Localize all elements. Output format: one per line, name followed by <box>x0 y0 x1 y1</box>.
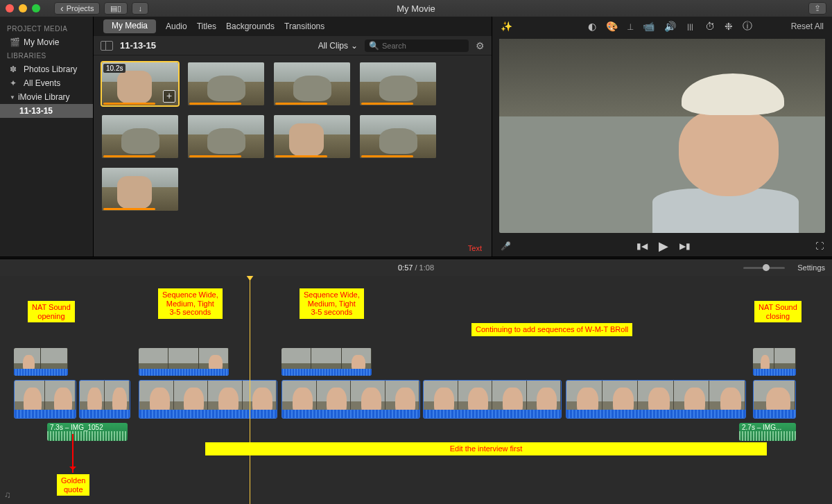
magic-wand-icon[interactable]: ✨ <box>501 21 512 32</box>
speed-icon[interactable]: ⏱ <box>705 21 715 32</box>
audio-clip[interactable]: 2.7s – IMG... <box>739 423 796 441</box>
layout-button[interactable]: ▤▯ <box>104 2 128 15</box>
broll-track <box>14 348 825 376</box>
layout-toggle-button[interactable] <box>101 41 113 51</box>
window-titlebar: Projects ▤▯ ↓ My Movie ⇪ <box>0 0 832 17</box>
sidebar-item-all-events[interactable]: ✦All Events <box>0 76 93 90</box>
search-input[interactable] <box>382 42 465 50</box>
clip-thumbnail[interactable] <box>274 62 350 105</box>
mic-icon[interactable]: 🎤 <box>501 241 511 251</box>
fullscreen-icon[interactable]: ⛶ <box>815 241 824 251</box>
sidebar-item-label: 11-13-15 <box>19 106 53 116</box>
sidebar-item-label: My Movie <box>24 37 59 47</box>
sidebar-item-my-movie[interactable]: 🎬My Movie <box>0 35 93 49</box>
fullscreen-icon[interactable] <box>32 4 40 12</box>
audio-clip[interactable]: 7.3s – IMG_1052 <box>47 423 128 441</box>
import-button[interactable]: ↓ <box>132 2 148 15</box>
sidebar-item-photos[interactable]: ✽Photos Library <box>0 62 93 76</box>
preview-frame[interactable] <box>499 39 825 233</box>
clip-thumbnail[interactable] <box>360 62 436 105</box>
next-button[interactable]: ▶▮ <box>679 241 691 251</box>
reset-all-button[interactable]: Reset All <box>791 21 824 31</box>
clip-thumbnail[interactable] <box>274 115 350 158</box>
browser-toolbar: 11-13-15 All Clips 🔍 ⚙ <box>94 36 492 55</box>
sidebar: PROJECT MEDIA 🎬My Movie LIBRARIES ✽Photo… <box>0 17 94 257</box>
video-clip[interactable] <box>423 380 562 419</box>
tab-my-media[interactable]: My Media <box>103 19 156 33</box>
back-projects-button[interactable]: Projects <box>54 2 100 15</box>
audio-clip-label: 7.3s – IMG_1052 <box>50 424 103 431</box>
clip-thumbnail[interactable]: 10.2s <box>102 62 178 105</box>
annotation-note: NAT Sound opening <box>28 301 75 322</box>
share-button[interactable]: ⇪ <box>808 2 826 15</box>
timecode-current: 0:57 <box>398 263 413 272</box>
annotation-note: NAT Sound closing <box>754 301 801 322</box>
video-clip[interactable] <box>14 348 68 376</box>
sidebar-heading-project: PROJECT MEDIA <box>0 22 93 35</box>
effects-icon[interactable]: ❉ <box>725 21 733 32</box>
sidebar-heading-libraries: LIBRARIES <box>0 49 93 62</box>
music-icon: ♫ <box>4 489 11 500</box>
clip-thumbnail[interactable] <box>102 115 178 158</box>
clip-thumbnail[interactable] <box>102 168 178 211</box>
clip-filter-dropdown[interactable]: All Clips <box>318 41 358 51</box>
tab-transitions[interactable]: Transitions <box>284 21 324 31</box>
tab-audio[interactable]: Audio <box>166 21 187 31</box>
stabilize-icon[interactable]: 📹 <box>643 21 655 32</box>
timeline[interactable]: NAT Sound opening Sequence Wide, Medium,… <box>0 276 832 504</box>
event-title: 11-13-15 <box>120 40 156 51</box>
annotation-note: Sequence Wide, Medium, Tight 3-5 seconds <box>300 288 364 319</box>
video-clip[interactable] <box>753 348 796 376</box>
main-video-track <box>14 380 825 419</box>
clip-grid: 10.2s Text <box>94 55 492 257</box>
media-browser: My Media Audio Titles Backgrounds Transi… <box>94 17 492 257</box>
video-clip[interactable] <box>753 380 796 419</box>
video-clip[interactable] <box>281 348 372 376</box>
equalizer-icon[interactable]: ⫼ <box>686 21 695 32</box>
viewer-toolbar: ✨ ◐ 🎨 ⟂ 📹 🔊 ⫼ ⏱ ❉ ⓘ Reset All <box>492 17 832 36</box>
video-clip[interactable] <box>281 380 420 419</box>
zoom-slider[interactable] <box>743 267 785 269</box>
clapper-icon: 🎬 <box>10 37 19 47</box>
sidebar-item-event[interactable]: 11-13-15 <box>0 104 93 118</box>
clip-thumbnail[interactable] <box>360 115 436 158</box>
tab-titles[interactable]: Titles <box>197 21 216 31</box>
window-controls <box>6 4 40 12</box>
text-label: Text <box>468 244 482 252</box>
tab-backgrounds[interactable]: Backgrounds <box>226 21 275 31</box>
timecode-total: 1:08 <box>419 263 434 272</box>
prev-button[interactable]: ▮◀ <box>636 241 648 251</box>
video-clip[interactable] <box>79 380 130 419</box>
audio-clip-label: 2.7s – IMG... <box>742 424 781 431</box>
search-field[interactable]: 🔍 <box>365 40 469 52</box>
crop-icon[interactable]: ⟂ <box>627 21 633 32</box>
star-icon: ✦ <box>10 78 19 88</box>
video-clip[interactable] <box>139 348 229 376</box>
color-correct-icon[interactable]: 🎨 <box>606 21 618 32</box>
clip-thumbnail[interactable] <box>188 62 264 105</box>
search-icon: 🔍 <box>369 41 379 51</box>
color-balance-icon[interactable]: ◐ <box>588 21 596 32</box>
gear-icon[interactable]: ⚙ <box>476 40 485 51</box>
clip-thumbnail[interactable] <box>188 115 264 158</box>
annotation-arrow <box>72 434 73 473</box>
photos-icon: ✽ <box>10 64 19 74</box>
video-clip[interactable] <box>14 380 76 419</box>
timecode: 0:57 / 1:08 <box>0 263 832 272</box>
video-clip[interactable] <box>566 380 746 419</box>
close-icon[interactable] <box>6 4 14 12</box>
annotation-note: Sequence Wide, Medium, Tight 3-5 seconds <box>158 288 223 319</box>
video-clip[interactable] <box>139 380 277 419</box>
play-button[interactable]: ▶ <box>659 238 668 254</box>
annotation-note: Edit the interview first <box>205 442 767 455</box>
minimize-icon[interactable] <box>19 4 27 12</box>
preview-viewer: ✨ ◐ 🎨 ⟂ 📹 🔊 ⫼ ⏱ ❉ ⓘ Reset All 🎤 ▮◀ ▶ ▶▮ <box>492 17 832 257</box>
annotation-note: Golden quote <box>57 474 89 496</box>
clip-duration-badge: 10.2s <box>103 64 125 73</box>
playback-controls: 🎤 ▮◀ ▶ ▶▮ ⛶ <box>492 236 832 257</box>
playhead[interactable] <box>250 276 250 504</box>
sidebar-item-label: All Events <box>24 78 60 88</box>
volume-icon[interactable]: 🔊 <box>664 21 676 32</box>
info-icon[interactable]: ⓘ <box>743 20 752 33</box>
sidebar-item-imovie-library[interactable]: iMovie Library <box>0 90 93 104</box>
